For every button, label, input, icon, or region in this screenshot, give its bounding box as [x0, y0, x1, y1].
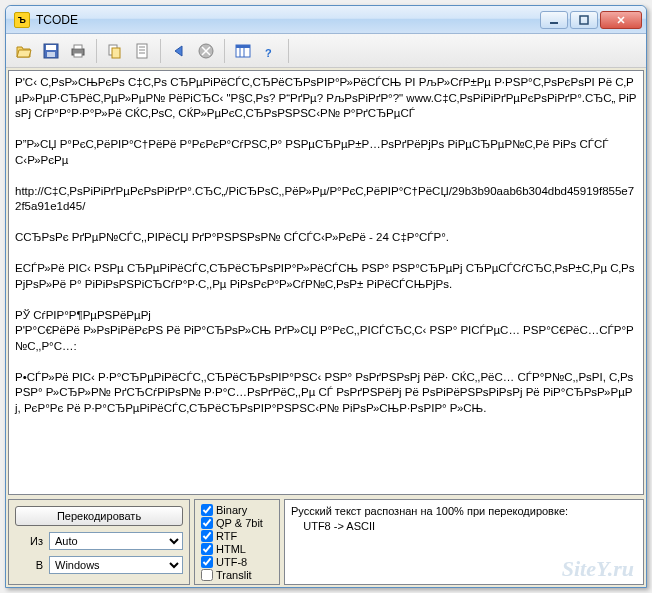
from-label: Из	[15, 535, 43, 547]
to-label: В	[15, 559, 43, 571]
svg-rect-1	[580, 16, 588, 24]
app-icon: Ъ	[14, 12, 30, 28]
svg-rect-6	[74, 45, 82, 49]
settings-button[interactable]	[231, 39, 255, 63]
bottom-panel: Перекодировать Из Auto В Windows Binary …	[8, 499, 644, 585]
svg-text:?: ?	[265, 47, 272, 59]
minimize-button[interactable]	[540, 11, 568, 29]
window-buttons	[540, 11, 642, 29]
maximize-button[interactable]	[570, 11, 598, 29]
copy-button[interactable]	[103, 39, 127, 63]
recode-button[interactable]: Перекодировать	[15, 506, 183, 526]
from-select[interactable]: Auto	[49, 532, 183, 550]
svg-rect-10	[137, 44, 147, 58]
paste-button[interactable]	[130, 39, 154, 63]
help-button[interactable]: ?	[258, 39, 282, 63]
close-button[interactable]	[600, 11, 642, 29]
stop-button[interactable]	[194, 39, 218, 63]
status-panel: Русский текст распознан на 100% при пере…	[284, 499, 644, 585]
toolbar-separator	[288, 39, 289, 63]
svg-rect-0	[550, 22, 558, 24]
toolbar-separator	[224, 39, 225, 63]
status-line-1: Русский текст распознан на 100% при пере…	[291, 504, 637, 519]
window-title: TCODE	[34, 13, 540, 27]
html-checkbox[interactable]: HTML	[201, 543, 273, 555]
svg-rect-9	[112, 48, 120, 58]
text-area[interactable]: Р'С‹ С‚РѕР»СЊРєРѕ С‡С‚Рѕ СЂРµРіРёСЃС‚СЂР…	[8, 70, 644, 495]
translit-checkbox[interactable]: Translit	[201, 569, 273, 581]
save-button[interactable]	[39, 39, 63, 63]
recode-panel: Перекодировать Из Auto В Windows	[8, 499, 190, 585]
toolbar-separator	[160, 39, 161, 63]
utf8-checkbox[interactable]: UTF-8	[201, 556, 273, 568]
qp-checkbox[interactable]: QP & 7bit	[201, 517, 273, 529]
svg-rect-13	[236, 45, 250, 48]
print-button[interactable]	[66, 39, 90, 63]
back-button[interactable]	[167, 39, 191, 63]
open-button[interactable]	[12, 39, 36, 63]
to-select[interactable]: Windows	[49, 556, 183, 574]
toolbar: ?	[6, 34, 646, 68]
app-window: Ъ TCODE ? Р'С‹ С‚РѕР»СЊРєРѕ С‡С‚Рѕ СЂРµР…	[5, 5, 647, 588]
svg-rect-4	[47, 52, 55, 57]
watermark: SiteY.ru	[562, 554, 634, 585]
svg-rect-3	[46, 45, 56, 50]
binary-checkbox[interactable]: Binary	[201, 504, 273, 516]
titlebar[interactable]: Ъ TCODE	[6, 6, 646, 34]
options-panel: Binary QP & 7bit RTF HTML UTF-8 Translit	[194, 499, 280, 585]
status-line-2: UTF8 -> ASCII	[291, 519, 637, 534]
content-area: Р'С‹ С‚РѕР»СЊРєРѕ С‡С‚Рѕ СЂРµРіРёСЃС‚СЂР…	[6, 68, 646, 587]
rtf-checkbox[interactable]: RTF	[201, 530, 273, 542]
toolbar-separator	[96, 39, 97, 63]
svg-rect-7	[74, 53, 82, 57]
